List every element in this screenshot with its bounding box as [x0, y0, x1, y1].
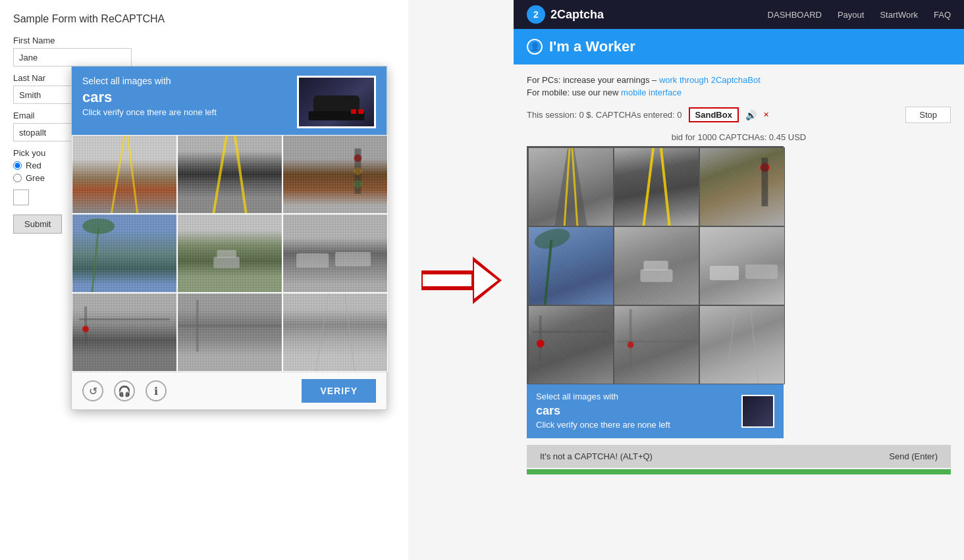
verify-button[interactable]: VERIFY: [302, 379, 376, 403]
mobile-link[interactable]: mobile interface: [621, 88, 682, 97]
svg-rect-13: [335, 252, 371, 267]
svg-line-1: [128, 136, 138, 213]
svg-rect-33: [745, 265, 778, 279]
bottom-caption-sub: Click verify once there are none left: [536, 420, 670, 430]
mobile-text: use our new: [572, 88, 619, 97]
svg-point-29: [532, 227, 572, 252]
bottom-caption-text: Select all images with cars Click verify…: [536, 391, 735, 432]
right-cell-7[interactable]: [528, 305, 614, 384]
worker-icon: 👤: [527, 39, 543, 55]
svg-line-2: [213, 136, 227, 213]
road-svg-4: [72, 215, 176, 292]
right-cell-9[interactable]: [699, 305, 785, 384]
svg-rect-30: [640, 269, 672, 282]
submit-button[interactable]: Submit: [13, 215, 62, 234]
bottom-caption-prefix: Select all images with: [536, 392, 618, 401]
svg-line-3: [235, 136, 246, 213]
session-bar: This session: 0 $. CAPTCHAs entered: 0 S…: [527, 107, 951, 123]
sandbox-badge: SandBox: [689, 107, 739, 122]
svg-line-19: [316, 293, 329, 371]
progress-bar: [527, 469, 951, 474]
logo-icon: 2: [527, 5, 545, 24]
svg-line-24: [643, 148, 653, 226]
svg-line-0: [111, 136, 124, 213]
svg-point-36: [537, 340, 545, 347]
pc-info-line: For PCs: increase your earnings – work t…: [527, 75, 951, 85]
right-content: For PCs: increase your earnings – work t…: [514, 64, 964, 560]
reload-icon[interactable]: ↺: [82, 380, 103, 401]
svg-point-9: [82, 218, 115, 234]
nav-startwork[interactable]: StartWork: [880, 10, 918, 20]
right-road-svg-9: [700, 306, 784, 384]
nav-logo: 2 2Captcha: [527, 5, 604, 24]
session-text: This session: 0 $. CAPTCHAs entered: 0: [527, 110, 682, 120]
first-name-input[interactable]: [13, 48, 132, 66]
info-icon[interactable]: ℹ: [146, 380, 167, 401]
send-button[interactable]: Send (Enter): [739, 445, 951, 468]
right-road-svg-7: [529, 306, 613, 384]
right-road-svg-5: [614, 227, 699, 305]
right-captcha-bottom: Select all images with cars Click verify…: [527, 384, 784, 438]
nav-links: DASHBOARD Payout StartWork FAQ: [768, 10, 951, 20]
grid-cell-1[interactable]: [72, 135, 177, 214]
grid-cell-6[interactable]: [282, 214, 388, 293]
bottom-thumbnail: [741, 395, 774, 428]
grid-cell-8[interactable]: [177, 293, 282, 372]
road-svg-8: [178, 293, 282, 371]
right-cell-2[interactable]: [614, 147, 699, 226]
left-panel: Sample Form with ReCAPTCHA First Name La…: [0, 0, 408, 560]
right-captcha-area: Select all images with cars Click verify…: [527, 146, 951, 438]
svg-rect-11: [217, 250, 236, 258]
pc-prefix: For PCs:: [527, 75, 563, 85]
grid-cell-3[interactable]: [282, 135, 388, 214]
checkbox-box: [13, 190, 29, 205]
worker-title: I'm a Worker: [549, 38, 635, 55]
action-bar: It's not a CAPTCHA! (ALT+Q) Send (Enter): [527, 445, 951, 468]
pc-link[interactable]: work through 2CaptchaBot: [659, 75, 761, 85]
svg-point-39: [628, 342, 634, 348]
recaptcha-preview-image: [297, 76, 376, 128]
right-cell-3[interactable]: [699, 147, 785, 226]
road-svg-2: [178, 136, 282, 213]
grid-cell-2[interactable]: [177, 135, 282, 214]
grid-cell-5[interactable]: [177, 214, 282, 293]
not-captcha-button[interactable]: It's not a CAPTCHA! (ALT+Q): [527, 445, 739, 468]
nav-faq[interactable]: FAQ: [934, 10, 951, 20]
grid-cell-4[interactable]: [72, 214, 177, 293]
grid-cell-9[interactable]: [282, 293, 388, 372]
svg-line-8: [92, 228, 99, 292]
right-road-svg-2: [614, 148, 699, 226]
right-cell-6[interactable]: [699, 226, 785, 305]
mute-icon: ✕: [763, 111, 769, 119]
road-svg-5: [178, 215, 282, 292]
bid-text: bid for 1000 CAPTCHAs: 0.45 USD: [527, 132, 951, 142]
logo-text: 2Captcha: [550, 8, 604, 22]
right-panel: 2 2Captcha DASHBOARD Payout StartWork FA…: [514, 0, 964, 560]
recaptcha-instruction: Click verify once there are none left: [82, 107, 289, 117]
right-cell-1[interactable]: [528, 147, 614, 226]
road-svg-3: [283, 136, 387, 213]
nav-dashboard[interactable]: DASHBOARD: [768, 10, 822, 20]
audio-icon[interactable]: 🎧: [114, 380, 135, 401]
recaptcha-header-text: Select all images with cars Click verify…: [82, 76, 289, 117]
svg-rect-12: [296, 253, 329, 268]
stop-button[interactable]: Stop: [905, 107, 951, 123]
top-nav: 2 2Captcha DASHBOARD Payout StartWork FA…: [514, 0, 964, 29]
right-cell-5[interactable]: [614, 226, 699, 305]
right-road-svg-6: [700, 227, 784, 305]
road-svg-7: [72, 293, 176, 371]
svg-rect-27: [762, 158, 768, 207]
road-svg-9: [283, 293, 387, 371]
svg-point-16: [82, 326, 89, 332]
road-svg-1: [72, 136, 176, 213]
right-cell-4[interactable]: [528, 226, 614, 305]
road-svg-6: [283, 215, 387, 292]
right-cell-8[interactable]: [614, 305, 699, 384]
car-preview: [299, 78, 374, 126]
first-name-label: First Name: [13, 36, 395, 45]
recaptcha-subject: cars: [82, 89, 289, 106]
svg-rect-32: [710, 266, 739, 280]
nav-payout[interactable]: Payout: [838, 10, 864, 20]
svg-rect-31: [643, 261, 668, 270]
grid-cell-7[interactable]: [72, 293, 177, 372]
